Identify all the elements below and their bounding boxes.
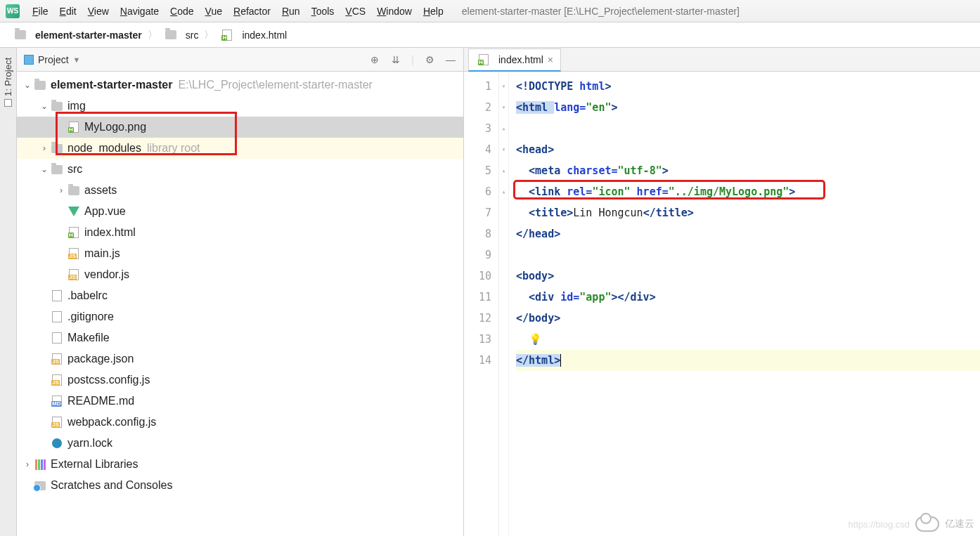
tree-node[interactable]: App.vue: [17, 201, 463, 222]
intention-bulb-icon[interactable]: 💡: [529, 333, 542, 346]
fold-gutter[interactable]: ▾▾▴▾▴▴: [499, 72, 509, 536]
project-tool-tab[interactable]: 1: Project: [1, 52, 15, 112]
tree-node[interactable]: ›node_moduleslibrary root: [17, 138, 463, 159]
menu-view[interactable]: View: [82, 3, 115, 20]
project-view-dropdown[interactable]: ▼: [73, 55, 81, 64]
workspace: 1: Project Project ▼ ⊕ ⇊ | ⚙ — ⌄element-…: [0, 48, 980, 536]
code-body[interactable]: <!DOCTYPE html> <html lang="en"> <head> …: [509, 72, 980, 536]
folder-icon: [51, 163, 63, 176]
html-file-icon: H: [477, 53, 490, 66]
project-panel-title[interactable]: Project: [38, 54, 69, 65]
fold-marker[interactable]: ▾: [499, 139, 508, 160]
project-tab-icon: [4, 99, 12, 107]
fold-marker[interactable]: ▴: [499, 118, 508, 139]
vue-icon: [67, 205, 80, 218]
editor-tab-index[interactable]: H index.html ×: [468, 48, 561, 72]
tree-arrow-icon[interactable]: ⌄: [39, 164, 49, 174]
tree-node[interactable]: HMyLogo.png: [17, 117, 463, 138]
tree-node[interactable]: ›assets: [17, 180, 463, 201]
menu-run[interactable]: Run: [276, 3, 306, 20]
project-tab-label: 1: Project: [3, 58, 13, 96]
watermark-brand: 亿速云: [945, 518, 974, 530]
tool-window-gutter: 1: Project: [0, 48, 17, 536]
close-icon[interactable]: ×: [548, 54, 553, 65]
breadcrumb-item[interactable]: element-starter-master: [8, 27, 146, 43]
menu-navigate[interactable]: Navigate: [115, 3, 165, 20]
tree-arrow-icon[interactable]: ⌄: [39, 101, 49, 111]
menu-tools[interactable]: Tools: [306, 3, 340, 20]
html-file-icon: H: [67, 121, 80, 133]
watermark: https://blog.csd 亿速云: [849, 516, 974, 532]
line-number: 1: [464, 76, 491, 97]
js-file-icon: JS: [51, 353, 63, 365]
editor-tab-label: index.html: [498, 54, 543, 65]
tree-node[interactable]: JSwebpack.config.js: [17, 412, 463, 433]
fold-marker[interactable]: ▾: [499, 76, 508, 97]
menu-help[interactable]: Help: [418, 3, 449, 20]
project-panel-header: Project ▼ ⊕ ⇊ | ⚙ —: [17, 48, 463, 72]
editor-area: H index.html × 1234567891011121314 ▾▾▴▾▴…: [464, 48, 980, 536]
menu-vue[interactable]: Vue: [200, 3, 228, 20]
tree-node[interactable]: JSpackage.json: [17, 348, 463, 370]
menu-window[interactable]: Window: [371, 3, 418, 20]
folder-icon: [34, 79, 46, 91]
line-number: 12: [464, 308, 491, 329]
folder-icon: [51, 100, 63, 112]
js-file-icon: JS: [67, 268, 80, 281]
tree-arrow-icon[interactable]: ›: [56, 185, 66, 195]
tree-node[interactable]: ⌄img: [17, 96, 463, 117]
menu-edit[interactable]: Edit: [54, 3, 82, 20]
lib-icon: [34, 458, 46, 471]
line-number: 9: [464, 244, 491, 266]
file-icon: [51, 311, 63, 323]
scratch-icon: [34, 479, 46, 492]
tree-node[interactable]: ⌄src: [17, 159, 463, 180]
file-icon: [51, 289, 63, 302]
line-number: 10: [464, 266, 491, 287]
tree-arrow-icon[interactable]: ›: [22, 459, 32, 469]
js-file-icon: JS: [51, 374, 63, 386]
tree-node[interactable]: .babelrc: [17, 285, 463, 306]
md-file-icon: MD: [51, 395, 63, 407]
menu-file[interactable]: File: [27, 3, 54, 20]
tree-node[interactable]: JSpostcss.config.js: [17, 370, 463, 391]
fold-marker[interactable]: ▴: [499, 181, 508, 202]
line-number: 14: [464, 350, 491, 371]
line-number: 8: [464, 223, 491, 244]
breadcrumb-item[interactable]: Hindex.html: [215, 27, 291, 43]
fold-marker[interactable]: ▴: [499, 160, 508, 181]
tree-node[interactable]: Scratches and Consoles: [17, 475, 463, 496]
tree-node[interactable]: ⌄element-starter-masterE:\LHC_Project\el…: [17, 74, 463, 96]
html-file-icon: H: [67, 226, 80, 239]
menu-refactor[interactable]: Refactor: [228, 3, 276, 20]
locate-icon[interactable]: ⊕: [369, 54, 380, 65]
breadcrumb-item[interactable]: src: [159, 27, 203, 43]
file-icon: [51, 332, 63, 344]
code-editor[interactable]: 1234567891011121314 ▾▾▴▾▴▴ <!DOCTYPE htm…: [464, 72, 980, 536]
tree-node[interactable]: Hindex.html: [17, 222, 463, 243]
folder-icon: [51, 142, 63, 155]
line-number: 2: [464, 97, 491, 118]
project-tree[interactable]: ⌄element-starter-masterE:\LHC_Project\el…: [17, 72, 463, 536]
gear-icon[interactable]: ⚙: [424, 54, 435, 65]
tree-node[interactable]: ›External Libraries: [17, 454, 463, 475]
cloud-icon: [915, 516, 939, 532]
yarn-icon: [51, 437, 63, 450]
menu-code[interactable]: Code: [165, 3, 199, 20]
tree-node[interactable]: .gitignore: [17, 306, 463, 327]
line-number: 7: [464, 202, 491, 223]
fold-marker[interactable]: ▾: [499, 97, 508, 118]
app-logo-icon: WS: [6, 4, 20, 18]
tree-arrow-icon[interactable]: ⌄: [22, 80, 32, 90]
tree-node[interactable]: MDREADME.md: [17, 391, 463, 412]
collapse-icon[interactable]: ⇊: [390, 54, 401, 65]
tree-node[interactable]: JSmain.js: [17, 243, 463, 264]
menu-vcs[interactable]: VCS: [340, 3, 371, 20]
editor-tabs: H index.html ×: [464, 48, 980, 72]
tree-arrow-icon[interactable]: ›: [39, 143, 49, 153]
tree-node[interactable]: Makefile: [17, 327, 463, 348]
hide-icon[interactable]: —: [445, 54, 456, 65]
tree-node[interactable]: yarn.lock: [17, 433, 463, 454]
line-number: 3: [464, 118, 491, 139]
tree-node[interactable]: JSvendor.js: [17, 264, 463, 285]
